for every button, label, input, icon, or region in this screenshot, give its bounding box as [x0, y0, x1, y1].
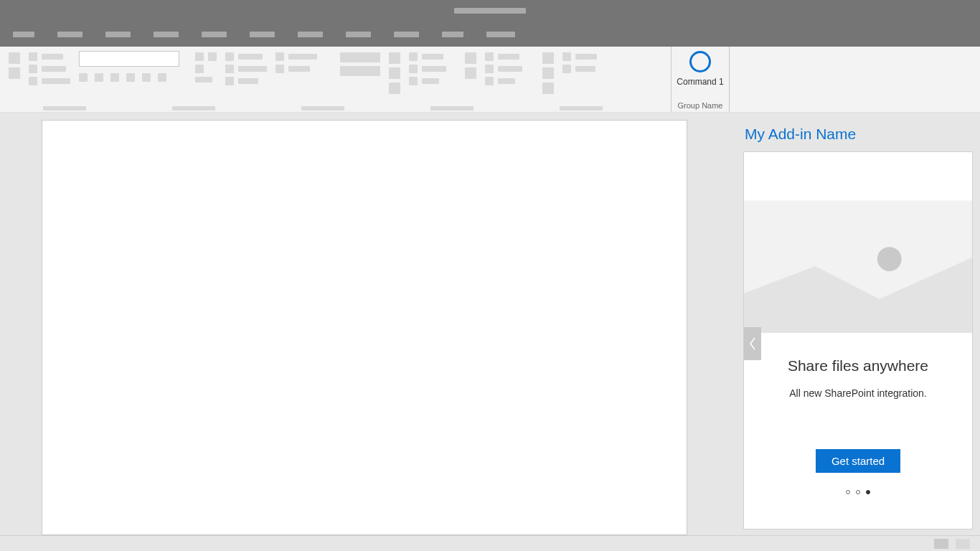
- ribbon-font-input[interactable]: [79, 51, 179, 67]
- task-pane: My Add-in Name Share files anywhere: [729, 113, 980, 535]
- window-titlebar: [0, 0, 980, 22]
- ribbon-tab[interactable]: [250, 32, 275, 37]
- addin-card: Share files anywhere All new SharePoint …: [743, 151, 973, 529]
- carousel-dot-1[interactable]: [856, 490, 860, 494]
- svg-rect-0: [744, 152, 972, 201]
- ribbon-tab[interactable]: [13, 32, 34, 37]
- ribbon-tab[interactable]: [486, 32, 515, 37]
- ribbon-tab[interactable]: [154, 32, 179, 37]
- status-bar: [0, 535, 980, 551]
- ribbon-tab[interactable]: [57, 32, 83, 37]
- ribbon-tabstrip: [0, 22, 980, 47]
- document-canvas[interactable]: [42, 120, 687, 535]
- svg-point-3: [877, 247, 902, 271]
- ribbon-tab[interactable]: [202, 32, 227, 37]
- workspace: My Add-in Name Share files anywhere: [0, 113, 980, 535]
- title-placeholder: [454, 8, 526, 14]
- ribbon-command-group: Command 1 Group Name: [671, 47, 730, 112]
- command-group-name: Group Name: [672, 101, 729, 110]
- card-hero: [744, 152, 972, 334]
- carousel-dot-2[interactable]: [866, 490, 870, 494]
- command1-icon[interactable]: [689, 51, 711, 72]
- ribbon-tab[interactable]: [442, 32, 463, 37]
- carousel-prev-button[interactable]: [744, 327, 761, 360]
- get-started-button[interactable]: Get started: [816, 449, 900, 473]
- taskpane-title: My Add-in Name: [745, 126, 973, 143]
- ribbon-tab[interactable]: [105, 32, 131, 37]
- command1-label[interactable]: Command 1: [677, 77, 723, 87]
- view-mode-button[interactable]: [956, 539, 970, 549]
- carousel-dots: [846, 490, 870, 494]
- card-subheading: All new SharePoint integration.: [789, 387, 926, 399]
- ribbon-tab[interactable]: [394, 32, 419, 37]
- card-heading: Share files anywhere: [788, 357, 928, 375]
- ribbon-tab[interactable]: [298, 32, 323, 37]
- view-mode-button[interactable]: [934, 539, 948, 549]
- ribbon: Command 1 Group Name: [0, 47, 980, 113]
- ribbon-tab[interactable]: [346, 32, 371, 37]
- carousel-dot-0[interactable]: [846, 490, 850, 494]
